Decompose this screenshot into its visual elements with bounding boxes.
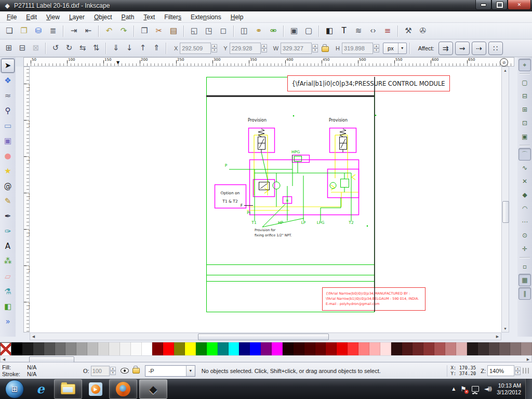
swatch-ffff00[interactable] bbox=[185, 342, 196, 356]
menu-layer[interactable]: Layer bbox=[64, 12, 89, 22]
swatch-008080[interactable] bbox=[218, 342, 229, 356]
swatch-330000[interactable] bbox=[294, 342, 304, 356]
swatch-fafafa[interactable] bbox=[131, 342, 142, 356]
swatch-ff3333[interactable] bbox=[348, 342, 358, 356]
scroll-down-icon[interactable]: ▼ bbox=[502, 325, 509, 332]
swatch-6c6c6c[interactable] bbox=[55, 342, 66, 356]
open-document[interactable]: ❐ bbox=[17, 24, 31, 38]
unlink-clone[interactable]: ⚮ bbox=[267, 24, 280, 38]
w-input[interactable] bbox=[281, 43, 312, 54]
resize-grip[interactable] bbox=[523, 368, 530, 374]
taskbar-internet-explorer[interactable]: e bbox=[29, 380, 52, 398]
swatch-000080[interactable] bbox=[239, 342, 250, 356]
group[interactable]: ▣ bbox=[287, 24, 301, 38]
opacity-spinner[interactable]: ▲▼ bbox=[110, 367, 116, 375]
calligraphy-tool[interactable]: ✑ bbox=[1, 224, 15, 238]
swatch-363636[interactable] bbox=[33, 342, 44, 356]
swatch-008000[interactable] bbox=[196, 342, 207, 356]
zoom-spinner[interactable]: ▲▼ bbox=[515, 367, 521, 375]
menu-file[interactable]: File bbox=[2, 12, 21, 22]
swatch-00ffff[interactable] bbox=[229, 342, 240, 356]
snap-guides[interactable]: ∥ bbox=[518, 287, 531, 300]
star-tool[interactable]: ★ bbox=[1, 164, 15, 178]
gradient-tool[interactable]: ◧ bbox=[1, 300, 15, 314]
layer-visibility-eye-icon[interactable] bbox=[121, 368, 129, 374]
layers-dialog[interactable]: ≋ bbox=[352, 24, 365, 38]
scroll-left-icon[interactable]: ◀ bbox=[30, 333, 37, 340]
swatch-ff0000[interactable] bbox=[163, 342, 174, 356]
snap-grids[interactable]: ▦ bbox=[518, 274, 531, 286]
swatch-6b2424[interactable] bbox=[413, 342, 423, 356]
menu-path[interactable]: Path bbox=[117, 12, 139, 22]
swatch-660000[interactable] bbox=[315, 342, 326, 356]
text-dialog[interactable]: T bbox=[337, 24, 351, 38]
swatch-1b1b1b[interactable] bbox=[22, 342, 33, 356]
lower[interactable]: ↓ bbox=[123, 42, 136, 55]
menu-text[interactable]: Text bbox=[139, 12, 159, 22]
spray-tool[interactable]: ⁂ bbox=[1, 255, 15, 269]
zoom-to-page[interactable]: ◻ bbox=[217, 24, 230, 38]
swatch-515151[interactable] bbox=[44, 342, 55, 356]
menu-object[interactable]: Object bbox=[89, 12, 117, 22]
swatch-800000[interactable] bbox=[152, 342, 163, 356]
w-spinner[interactable]: ▲▼ bbox=[312, 44, 318, 52]
rotate-90-cw[interactable]: ↻ bbox=[63, 42, 75, 55]
snap-paths[interactable]: ∿ bbox=[518, 162, 531, 174]
unit-dropdown[interactable]: px ▼ bbox=[383, 43, 407, 54]
horizontal-ruler[interactable]: 50100150200250300350400450500550600650▼ bbox=[23, 57, 514, 66]
select-all-layers[interactable]: ⊟ bbox=[16, 42, 29, 55]
document-properties[interactable]: ✇ bbox=[416, 24, 430, 38]
redo[interactable]: ↷ bbox=[117, 24, 130, 38]
swatch-ff00ff[interactable] bbox=[272, 342, 283, 356]
duplicate[interactable]: ◫ bbox=[237, 24, 251, 38]
x-input[interactable] bbox=[180, 43, 211, 54]
tray-expand-icon[interactable]: ▲ bbox=[452, 387, 455, 391]
eraser-tool[interactable]: ▱ bbox=[1, 270, 15, 284]
menu-filters[interactable]: Filters bbox=[159, 12, 186, 22]
menu-extensions[interactable]: Extensions bbox=[186, 12, 226, 22]
undo[interactable]: ↶ bbox=[102, 24, 116, 38]
import-bitmap[interactable]: ⇥ bbox=[67, 24, 81, 38]
pencil-tool[interactable]: ✎ bbox=[1, 194, 15, 208]
rectangle-tool[interactable]: ▭ bbox=[1, 119, 15, 133]
snap-bbox-edge-midpoints[interactable]: ⊡ bbox=[518, 117, 531, 129]
start-button[interactable]: ⊞ bbox=[5, 380, 24, 398]
taskbar-explorer[interactable] bbox=[54, 379, 82, 399]
taskbar-clock[interactable]: 10:13 AM 3/12/2012 bbox=[497, 382, 521, 396]
raise-to-top[interactable]: ⇑ bbox=[150, 42, 163, 55]
swatch-bdbdbd[interactable] bbox=[87, 342, 98, 356]
snap-midpoints[interactable]: ⋯ bbox=[518, 216, 531, 228]
layer-lock-icon[interactable] bbox=[132, 368, 140, 374]
ungroup[interactable]: ▢ bbox=[302, 24, 315, 38]
y-spinner[interactable]: ▲▼ bbox=[261, 44, 267, 52]
lock-ratio-icon[interactable] bbox=[322, 46, 329, 52]
swatch-1a0000[interactable] bbox=[283, 342, 294, 356]
save-document[interactable]: ⛁ bbox=[32, 24, 45, 38]
swatch-514444[interactable] bbox=[489, 342, 500, 356]
snap-path-intersections[interactable]: ✕ bbox=[518, 175, 531, 188]
print-document[interactable]: ≣ bbox=[46, 24, 60, 38]
deselect[interactable]: ⊠ bbox=[30, 42, 42, 55]
snap-smooth-nodes[interactable]: ◠ bbox=[518, 202, 531, 215]
snap-page-border[interactable]: ▫ bbox=[518, 260, 531, 273]
volume-icon[interactable]: ◄))) bbox=[484, 385, 491, 392]
snap-nodes[interactable]: ⌒ bbox=[518, 148, 531, 161]
snap-bbox-centers[interactable]: ▣ bbox=[518, 130, 531, 143]
create-clone[interactable]: ⚭ bbox=[252, 24, 265, 38]
layer-selector[interactable]: -P ▼ bbox=[145, 365, 195, 377]
ellipse-tool[interactable]: ● bbox=[1, 149, 15, 163]
swatch-808000[interactable] bbox=[174, 342, 185, 356]
vertical-scrollbar[interactable]: ▲ ▼ bbox=[501, 66, 509, 332]
affect-move-gradients[interactable]: ⇢ bbox=[472, 42, 486, 55]
horizontal-scrollbar[interactable]: ◀ ▶ bbox=[30, 332, 501, 340]
menu-view[interactable]: View bbox=[42, 12, 64, 22]
swatch-382e2e[interactable] bbox=[478, 342, 489, 356]
swatch-2b0d0d[interactable] bbox=[391, 342, 402, 356]
new-document[interactable]: ❏ bbox=[3, 24, 16, 38]
swatch-e60000[interactable] bbox=[337, 342, 348, 356]
canvas[interactable]: {\fArial|b1|i0|c0|p34;PRESSURE CONTROL M… bbox=[30, 66, 501, 332]
flip-horizontal[interactable]: ⇆ bbox=[76, 42, 89, 55]
swatch-ffffff[interactable] bbox=[142, 342, 153, 356]
taskbar-media-player[interactable]: ▶ bbox=[84, 380, 107, 398]
taskbar-firefox[interactable] bbox=[109, 379, 137, 399]
